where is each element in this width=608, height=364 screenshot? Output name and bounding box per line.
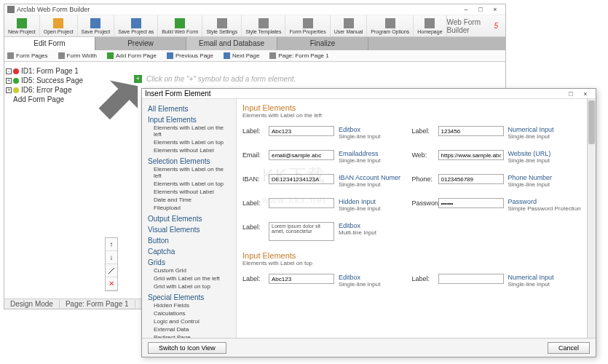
- sample-input[interactable]: [438, 174, 504, 184]
- delete-button[interactable]: ✕: [106, 277, 117, 290]
- cat-captcha[interactable]: Captcha: [148, 248, 230, 256]
- subcat[interactable]: External Data: [148, 325, 230, 333]
- subcat[interactable]: Elements without Label: [148, 188, 230, 196]
- toolbar-open-project[interactable]: Open Project: [40, 15, 78, 36]
- sample-input[interactable]: [438, 150, 504, 160]
- subcat[interactable]: Logic and Control: [148, 317, 230, 325]
- cancel-button[interactable]: Cancel: [548, 342, 590, 354]
- tab-preview[interactable]: Preview: [95, 37, 186, 50]
- brand: Web Form Builder5: [447, 15, 505, 36]
- subcat[interactable]: Elements with Label on top: [148, 138, 230, 146]
- scrollbar-thumb[interactable]: [588, 100, 595, 144]
- subcat[interactable]: Elements with Label on the left: [148, 165, 230, 180]
- tree-item[interactable]: +ID5: Success Page: [6, 76, 83, 85]
- element-name: Editbox: [339, 222, 376, 229]
- cat-grids[interactable]: Grids: [148, 258, 230, 266]
- subbar-next-page[interactable]: Next Page: [224, 52, 259, 59]
- dialog-max-button[interactable]: □: [564, 90, 578, 98]
- element-preview[interactable]: Label:EditboxSingle-line Input: [242, 126, 412, 140]
- cat-special[interactable]: Special Elements: [148, 293, 230, 301]
- sample-input[interactable]: [269, 174, 334, 184]
- close-button[interactable]: ×: [488, 6, 502, 13]
- element-preview[interactable]: Email:EmailaddressSingle-line Input: [242, 150, 412, 164]
- element-preview[interactable]: Web:Website (URL)Single-line Input: [412, 150, 582, 164]
- toolbar-style-templates[interactable]: Style Templates: [242, 15, 285, 36]
- toolbar-style-settings[interactable]: Style Settings: [202, 15, 242, 36]
- arrow-pointer-icon: [92, 74, 139, 121]
- field-label: Label:: [412, 126, 438, 135]
- scrollbar[interactable]: [587, 99, 596, 338]
- tree-item[interactable]: -ID1: Form Page 1: [6, 66, 83, 76]
- element-desc: Multi-line Input: [339, 229, 376, 236]
- switch-view-button[interactable]: Switch to Icon View: [148, 342, 226, 354]
- sample-input[interactable]: [438, 274, 504, 284]
- cat-selection[interactable]: Selection Elements: [148, 157, 230, 165]
- maximize-button[interactable]: □: [473, 6, 488, 13]
- subbar-add-form-page[interactable]: Add Form Page: [107, 52, 157, 59]
- status-cell: Page: Form Page 1: [60, 300, 135, 308]
- subcat[interactable]: Hidden Fields: [148, 301, 230, 309]
- element-name: Editbox: [339, 274, 380, 281]
- subcat[interactable]: Grid with Label on the left: [148, 274, 230, 282]
- tab-finalize[interactable]: Finalize: [277, 37, 368, 50]
- insert-element-dialog: Insert Form Element □ × All ElementsInpu…: [141, 88, 596, 357]
- cat-input[interactable]: Input Elements: [148, 116, 230, 124]
- toolbar-new-project[interactable]: New Project: [4, 15, 40, 36]
- subbar-form-width[interactable]: Form Width: [58, 52, 97, 59]
- element-preview[interactable]: IBAN:IBAN Account NumerSingle-line Input: [242, 174, 412, 188]
- toolbar-user-manual[interactable]: User Manual: [331, 15, 368, 36]
- element-preview[interactable]: Label:Hidden InputSingle-line Input: [242, 198, 412, 212]
- subcat[interactable]: Date and Time: [148, 196, 230, 204]
- element-preview[interactable]: Label:Numerical InputSingle-line Input: [412, 126, 582, 140]
- subbar-previous-page[interactable]: Previous Page: [167, 52, 213, 59]
- tab-email-and-database[interactable]: Email and Database: [186, 37, 277, 50]
- element-preview[interactable]: Phone:Phone NumberSingle-line Input: [412, 174, 582, 188]
- tab-edit-form[interactable]: Edit Form: [4, 37, 95, 50]
- toolbar-save-project[interactable]: Save Project: [78, 15, 115, 36]
- element-preview[interactable]: Password:PasswordSimple Password Protect…: [412, 198, 582, 212]
- tree-item[interactable]: Add Form Page: [6, 95, 83, 104]
- element-preview[interactable]: Label:Lorem ipsum dolor sit amet, consec…: [242, 222, 412, 241]
- subbar-form-pages[interactable]: Form Pages: [7, 52, 48, 59]
- toolbar-build-web-form[interactable]: Build Web Form: [158, 15, 202, 36]
- edit-button[interactable]: [106, 264, 117, 277]
- subcat[interactable]: Custom Grid: [148, 266, 230, 274]
- category-panel: All ElementsInput ElementsElements with …: [142, 99, 237, 338]
- move-up-button[interactable]: ↑: [106, 238, 117, 251]
- toolbar-save-project-as[interactable]: Save Project as: [114, 15, 158, 36]
- move-down-button[interactable]: ↓: [106, 251, 117, 264]
- element-desc: Single-line Input: [508, 181, 553, 188]
- cat-button[interactable]: Button: [148, 237, 230, 245]
- element-name: Editbox: [339, 126, 380, 133]
- subcat[interactable]: Fileupload: [148, 204, 230, 212]
- sample-input[interactable]: [269, 274, 334, 284]
- subcat[interactable]: Elements without Label: [148, 146, 230, 154]
- toolbar-program-options[interactable]: Program Options: [367, 15, 414, 36]
- field-label: Email:: [242, 150, 269, 159]
- section-desc: Elements with Label on top: [242, 260, 581, 266]
- toolbar-homepage[interactable]: Homepage: [414, 15, 446, 36]
- sample-input[interactable]: [438, 126, 504, 136]
- sample-input[interactable]: [269, 150, 334, 160]
- cat-output[interactable]: Output Elements: [148, 215, 230, 223]
- toolbar-form-properties[interactable]: Form Properties: [285, 15, 330, 36]
- sample-input[interactable]: [269, 198, 334, 208]
- dialog-title: Insert Form Element: [145, 90, 564, 98]
- dialog-close-button[interactable]: ×: [578, 90, 593, 98]
- subcat[interactable]: Grid with Label on top: [148, 282, 230, 290]
- subcat[interactable]: Elements with Label on the left: [148, 124, 230, 138]
- sample-input[interactable]: [438, 198, 504, 208]
- minimize-button[interactable]: –: [459, 6, 473, 13]
- subcat[interactable]: Calculations: [148, 309, 230, 317]
- cat-visual[interactable]: Visual Elements: [148, 226, 230, 234]
- subbar-page--form-page-1[interactable]: Page: Form Page 1: [269, 52, 328, 59]
- element-preview[interactable]: Label:Numerical InputSingle-line Input: [412, 274, 582, 288]
- element-desc: Single-line Input: [339, 281, 380, 288]
- sample-textarea[interactable]: Lorem ipsum dolor sit amet, consectetur: [269, 222, 334, 241]
- element-preview[interactable]: Label:EditboxSingle-line Input: [242, 274, 412, 288]
- cat-all[interactable]: All Elements: [148, 105, 230, 113]
- sample-input[interactable]: [269, 126, 334, 136]
- subcat[interactable]: Elements with Label on top: [148, 180, 230, 188]
- tree-item[interactable]: +ID6: Error Page: [6, 85, 83, 95]
- dialog-titlebar: Insert Form Element □ ×: [142, 89, 596, 99]
